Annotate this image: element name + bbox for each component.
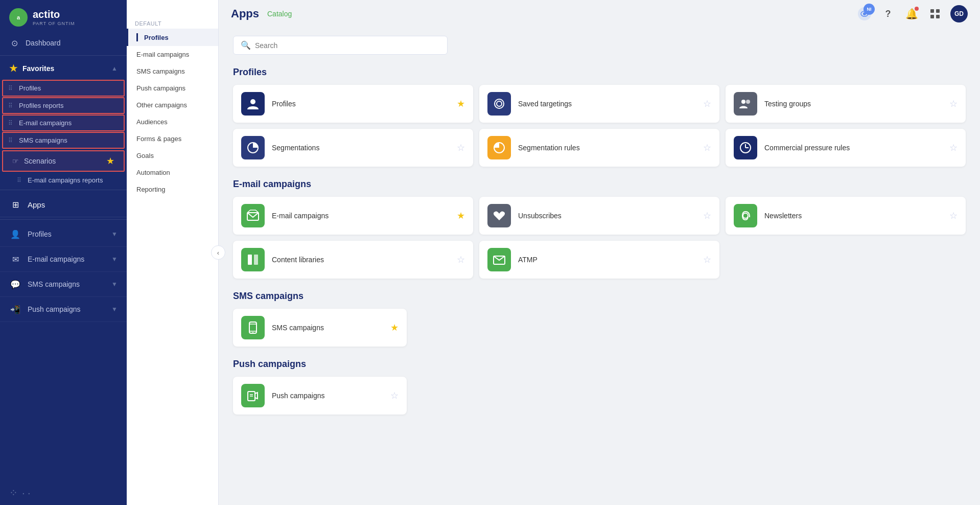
favorites-left: ★ Favorites: [9, 63, 54, 74]
person-icon-svg: [246, 97, 260, 110]
scenarios-star-icon: ★: [106, 155, 114, 167]
push-campaigns-star[interactable]: ☆: [390, 390, 399, 401]
segmentation-rules-star[interactable]: ☆: [703, 142, 711, 153]
middle-nav-automation[interactable]: Automation: [127, 164, 218, 181]
sms-campaigns-icon: [241, 316, 265, 339]
help-icon[interactable]: ?: [880, 6, 896, 22]
search-input[interactable]: [255, 41, 440, 50]
catalog-link[interactable]: Catalog: [267, 10, 292, 18]
favorites-star-icon: ★: [9, 63, 17, 74]
svg-text:a: a: [17, 14, 20, 20]
sms-campaigns-star[interactable]: ★: [390, 322, 399, 333]
sms-campaigns-label: SMS campaigns: [272, 324, 383, 332]
grid-apps-icon[interactable]: [927, 6, 943, 22]
card-unsubscribes[interactable]: Unsubscribes ☆: [479, 197, 719, 235]
apps-grid-icon: ⊞: [9, 198, 21, 211]
favorites-header[interactable]: ★ Favorites ▲: [0, 58, 127, 79]
card-segmentation-rules[interactable]: Segmentation rules ☆: [479, 129, 719, 167]
svg-point-13: [746, 100, 750, 104]
push-icon-svg: [246, 389, 260, 402]
middle-nav-sms[interactable]: SMS campaigns: [127, 63, 218, 80]
card-sms-campaigns[interactable]: SMS campaigns ★: [233, 309, 407, 347]
middle-panel: DEFAULT Profiles E-mail campaigns SMS ca…: [127, 0, 219, 505]
saved-targetings-star[interactable]: ☆: [703, 98, 711, 109]
sidebar-email-nav[interactable]: ✉ E-mail campaigns ▼: [0, 247, 127, 272]
newsletters-star[interactable]: ☆: [949, 210, 958, 221]
atmp-star[interactable]: ☆: [703, 254, 711, 265]
at-icon-svg: [739, 209, 752, 222]
middle-nav-other[interactable]: Other campaigns: [127, 97, 218, 113]
email-nav-icon: ✉: [9, 253, 21, 265]
newsletters-icon: [734, 204, 757, 227]
sms-cards-grid: SMS campaigns ★: [233, 309, 407, 347]
fav-item-profiles-reports[interactable]: ⠿ Profiles reports: [2, 97, 125, 114]
middle-nav-forms[interactable]: Forms & pages: [127, 130, 218, 147]
collapse-button[interactable]: ‹: [211, 245, 225, 260]
user-avatar[interactable]: GD: [950, 5, 968, 22]
svg-rect-21: [248, 255, 252, 265]
dashboard-item[interactable]: ⊙ Dashboard: [0, 33, 127, 53]
middle-nav-push[interactable]: Push campaigns: [127, 80, 218, 97]
email-reports-label: E-mail campaigns reports: [28, 176, 103, 184]
segmentations-star[interactable]: ☆: [457, 142, 465, 153]
bell-icon[interactable]: 🔔: [903, 6, 920, 22]
middle-nav-email[interactable]: E-mail campaigns: [127, 46, 218, 63]
svg-rect-5: [930, 9, 934, 13]
top-bar: Apps Catalog NI ? 🔔: [219, 0, 980, 26]
main-content: Apps Catalog NI ? 🔔: [219, 0, 980, 505]
profiles-cards-grid: Profiles ★ Saved targetings ☆: [233, 85, 966, 167]
email-campaigns-star[interactable]: ★: [457, 210, 465, 221]
book-icon-svg: [246, 253, 260, 266]
pie-icon-svg: [246, 141, 260, 154]
card-testing-groups[interactable]: Testing groups ☆: [726, 85, 966, 123]
push-cards-grid: Push campaigns ☆: [233, 377, 407, 415]
sidebar-apps-item[interactable]: ⊞ Apps: [0, 192, 127, 217]
card-profiles[interactable]: Profiles ★: [233, 85, 473, 123]
push-campaigns-icon: [241, 384, 265, 407]
svg-point-20: [743, 213, 748, 218]
sidebar-sms-nav[interactable]: 💬 SMS campaigns ▼: [0, 272, 127, 297]
card-segmentations[interactable]: Segmentations ☆: [233, 129, 473, 167]
drag-handle-icon-5: ⠿: [17, 177, 21, 184]
middle-nav-reporting[interactable]: Reporting: [127, 181, 218, 198]
sidebar-profiles-nav[interactable]: 👤 Profiles ▼: [0, 222, 127, 247]
profiles-nav-label: Profiles: [28, 230, 52, 238]
fav-item-email[interactable]: ⠿ E-mail campaigns: [2, 114, 125, 131]
segmentation-rules-icon: [487, 136, 511, 159]
commercial-pressure-star[interactable]: ☆: [949, 142, 958, 153]
fav-item-profiles[interactable]: ⠿ Profiles: [2, 80, 125, 97]
logo-sub: PART OF GNTIM: [33, 21, 75, 26]
fav-item-email-reports[interactable]: ⠿ E-mail campaigns reports: [0, 173, 127, 188]
favorites-chevron-icon: ▲: [111, 65, 118, 72]
divider-2: [0, 190, 127, 190]
scenarios-item[interactable]: ☞ Scenarios ★: [2, 150, 125, 172]
middle-nav-sms-label: SMS campaigns: [136, 67, 185, 75]
content-libraries-star[interactable]: ☆: [457, 254, 465, 265]
middle-nav-audiences[interactable]: Audiences: [127, 113, 218, 130]
card-email-campaigns[interactable]: E-mail campaigns ★: [233, 197, 473, 235]
email-section-title: E-mail campaigns: [233, 179, 966, 190]
push-chevron-icon: ▼: [111, 306, 118, 313]
card-atmp[interactable]: ATMP ☆: [479, 241, 719, 279]
svg-point-12: [741, 100, 745, 104]
fav-item-sms[interactable]: ⠿ SMS campaigns: [2, 132, 125, 149]
email-nav-label: E-mail campaigns: [28, 255, 84, 263]
card-saved-targetings[interactable]: Saved targetings ☆: [479, 85, 719, 123]
atmp-icon: [487, 248, 511, 271]
push-nav-left: 📲 Push campaigns: [9, 303, 81, 315]
card-push-campaigns[interactable]: Push campaigns ☆: [233, 377, 407, 415]
middle-nav-profiles[interactable]: Profiles: [127, 29, 218, 46]
middle-nav-goals[interactable]: Goals: [127, 147, 218, 164]
card-commercial-pressure[interactable]: Commercial pressure rules ☆: [726, 129, 966, 167]
user-preview-icon[interactable]: NI: [856, 6, 873, 22]
testing-groups-star[interactable]: ☆: [949, 98, 958, 109]
sidebar-push-nav[interactable]: 📲 Push campaigns ▼: [0, 297, 127, 322]
profiles-card-star[interactable]: ★: [457, 98, 465, 109]
unsubscribes-star[interactable]: ☆: [703, 210, 711, 221]
card-content-libraries[interactable]: Content libraries ☆: [233, 241, 473, 279]
sidebar-footer[interactable]: ⁘ · ·: [0, 480, 127, 505]
card-newsletters[interactable]: Newsletters ☆: [726, 197, 966, 235]
profiles-chevron-icon: ▼: [111, 231, 118, 238]
svg-rect-8: [936, 15, 940, 18]
email-nav-left: ✉ E-mail campaigns: [9, 253, 84, 265]
